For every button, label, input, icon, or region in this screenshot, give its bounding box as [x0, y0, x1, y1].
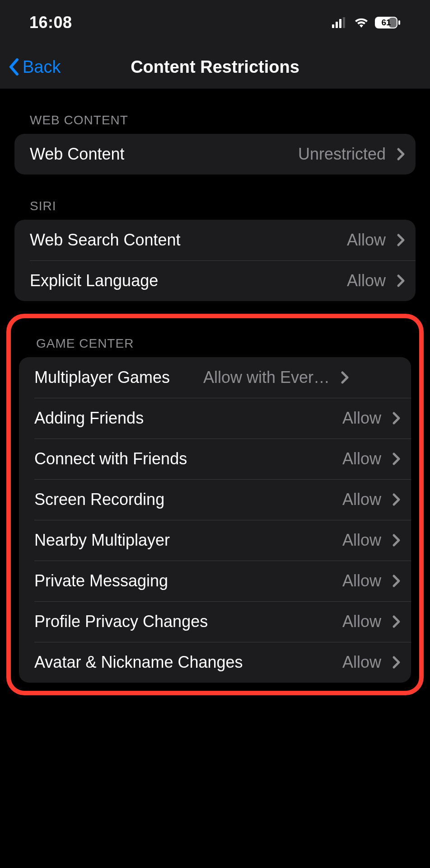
row-avatar-nickname-changes[interactable]: Avatar & Nickname Changes Allow [19, 642, 411, 683]
nav-bar: Back Content Restrictions [0, 45, 430, 89]
row-label: Web Search Content [30, 231, 181, 250]
page-title: Content Restrictions [131, 57, 299, 77]
wifi-icon [354, 17, 369, 28]
chevron-right-icon [392, 452, 401, 466]
chevron-right-icon [392, 615, 401, 628]
battery-icon: 61 [374, 16, 401, 29]
chevron-right-icon [392, 533, 401, 547]
row-value: Allow [347, 231, 386, 250]
row-adding-friends[interactable]: Adding Friends Allow [19, 398, 411, 439]
row-label: Web Content [30, 145, 124, 164]
row-value: Allow [342, 531, 381, 550]
row-label: Multiplayer Games [34, 368, 170, 387]
row-private-messaging[interactable]: Private Messaging Allow [19, 561, 411, 601]
content: WEB CONTENT Web Content Unrestricted SIR… [0, 89, 430, 695]
row-web-content[interactable]: Web Content Unrestricted [14, 134, 416, 175]
chevron-right-icon [392, 656, 401, 669]
row-value: Allow [342, 409, 381, 428]
svg-rect-2 [339, 19, 341, 28]
row-profile-privacy-changes[interactable]: Profile Privacy Changes Allow [19, 601, 411, 642]
row-screen-recording[interactable]: Screen Recording Allow [19, 479, 411, 520]
row-label: Private Messaging [34, 571, 168, 590]
cellular-icon [332, 17, 348, 28]
status-time: 16:08 [29, 13, 72, 32]
section-header-web: WEB CONTENT [0, 89, 430, 134]
row-label: Nearby Multiplayer [34, 531, 170, 550]
chevron-right-icon [397, 274, 406, 288]
row-value: Allow [342, 653, 381, 672]
group-web: Web Content Unrestricted [14, 134, 416, 175]
group-game-center: Multiplayer Games Allow with Ever… Addin… [19, 357, 411, 683]
row-label: Profile Privacy Changes [34, 612, 208, 631]
svg-rect-0 [332, 24, 334, 28]
svg-rect-6 [398, 20, 400, 25]
chevron-right-icon [341, 371, 350, 384]
row-value: Allow [342, 449, 381, 468]
status-bar: 16:08 61 [0, 0, 430, 45]
row-label: Avatar & Nickname Changes [34, 653, 243, 672]
chevron-left-icon [8, 58, 19, 76]
row-nearby-multiplayer[interactable]: Nearby Multiplayer Allow [19, 520, 411, 561]
row-value: Allow with Ever… [176, 368, 330, 387]
row-value: Allow [342, 490, 381, 509]
row-value: Allow [342, 571, 381, 590]
chevron-right-icon [392, 493, 401, 506]
row-connect-with-friends[interactable]: Connect with Friends Allow [19, 439, 411, 479]
row-label: Screen Recording [34, 490, 164, 509]
chevron-right-icon [397, 147, 406, 161]
section-header-siri: SIRI [0, 175, 430, 220]
group-siri: Web Search Content Allow Explicit Langua… [14, 220, 416, 301]
chevron-right-icon [392, 411, 401, 425]
row-value: Allow [347, 271, 386, 290]
row-explicit-language[interactable]: Explicit Language Allow [14, 260, 416, 301]
svg-rect-3 [343, 17, 345, 28]
chevron-right-icon [392, 574, 401, 588]
back-button[interactable]: Back [8, 57, 61, 77]
row-label: Adding Friends [34, 409, 144, 428]
row-multiplayer-games[interactable]: Multiplayer Games Allow with Ever… [19, 357, 411, 398]
back-label: Back [23, 57, 61, 77]
svg-rect-1 [336, 22, 338, 28]
battery-level: 61 [374, 16, 398, 29]
chevron-right-icon [397, 233, 406, 247]
row-web-search-content[interactable]: Web Search Content Allow [14, 220, 416, 260]
row-value: Allow [342, 612, 381, 631]
section-header-game-center: GAME CENTER [14, 318, 416, 357]
status-indicators: 61 [332, 16, 401, 29]
row-value: Unrestricted [298, 145, 386, 164]
highlight-box: GAME CENTER Multiplayer Games Allow with… [6, 314, 424, 695]
row-label: Connect with Friends [34, 449, 187, 468]
row-label: Explicit Language [30, 271, 158, 290]
